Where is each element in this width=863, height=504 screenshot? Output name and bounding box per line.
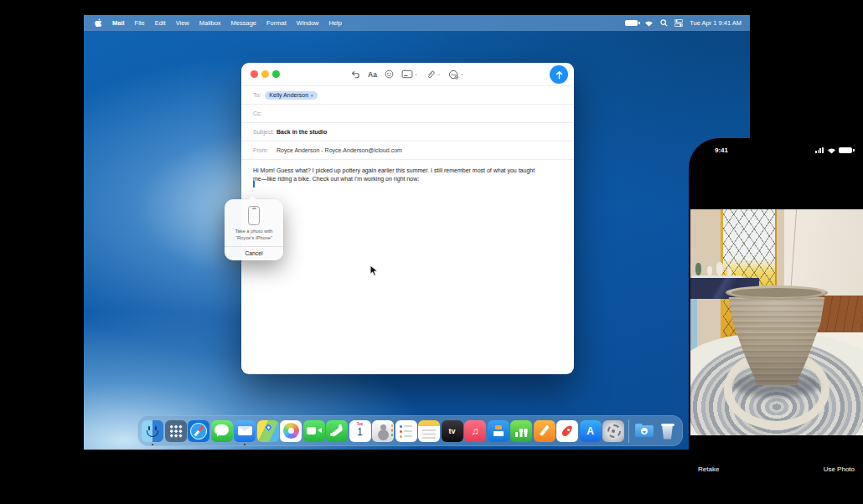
camera-action-bar: Retake Use Photo xyxy=(689,465,863,473)
dock: Tue1 tv ♫ A xyxy=(137,415,683,446)
dock-trash-icon[interactable] xyxy=(657,420,679,442)
dock-pages-icon[interactable] xyxy=(534,420,556,442)
dock-facetime-icon[interactable] xyxy=(303,420,325,442)
dock-finder-icon[interactable] xyxy=(142,420,163,442)
appstore-glyph: A xyxy=(580,420,602,442)
vase xyxy=(695,263,701,275)
attach-button[interactable]: ⌄ xyxy=(426,69,441,80)
recipient-chevron-icon: ▾ xyxy=(311,93,313,98)
menu-item-view[interactable]: View xyxy=(176,19,189,27)
dock-safari-icon[interactable] xyxy=(188,420,209,442)
iphone-clock: 9:41 xyxy=(715,147,728,154)
menu-item-message[interactable]: Message xyxy=(231,19,256,27)
music-note-glyph: ♫ xyxy=(464,420,486,442)
subject-field[interactable]: Subject: Back in the studio xyxy=(241,123,574,141)
calendar-day-number: 1 xyxy=(349,426,371,438)
menu-item-format[interactable]: Format xyxy=(266,19,287,27)
zoom-window-button[interactable] xyxy=(272,70,280,78)
minimize-window-button[interactable] xyxy=(261,70,269,78)
popup-text-line2: “Royce’s iPhone” xyxy=(228,235,280,242)
dock-phone-icon[interactable] xyxy=(326,420,348,442)
undo-button[interactable] xyxy=(350,69,360,80)
vase xyxy=(716,262,723,275)
dock-launchpad-icon[interactable] xyxy=(165,420,187,442)
iphone-status-bar: 9:41 xyxy=(689,147,863,154)
battery-icon xyxy=(839,147,852,154)
menu-item-window[interactable]: Window xyxy=(297,19,319,27)
compose-toolbar: Aa ⌄ ⌄ ⌄ xyxy=(241,63,574,86)
cc-label: Cc: xyxy=(253,111,262,116)
menu-item-mailbox[interactable]: Mailbox xyxy=(199,19,221,27)
retake-button[interactable]: Retake xyxy=(698,465,719,473)
dock-downloads-folder-icon[interactable] xyxy=(633,420,655,442)
emoji-button[interactable] xyxy=(385,69,394,79)
mac-desktop: Mail File Edit View Mailbox Message Form… xyxy=(84,15,750,450)
send-button[interactable] xyxy=(550,65,568,84)
dock-contacts-icon[interactable] xyxy=(372,420,394,442)
dock-tv-icon[interactable]: tv xyxy=(442,420,463,442)
recipient-name: Kelly Anderson xyxy=(269,92,308,98)
dock-rocket-app-icon[interactable] xyxy=(556,420,578,442)
insert-photo-button[interactable]: ⌄ xyxy=(448,69,464,80)
dock-numbers-icon[interactable] xyxy=(510,420,532,442)
dock-music-icon[interactable]: ♫ xyxy=(464,420,486,442)
text-caret xyxy=(253,181,255,188)
finder-running-indicator xyxy=(152,444,154,446)
search-icon[interactable] xyxy=(660,19,668,27)
apple-menu-icon[interactable] xyxy=(95,18,102,28)
clay-pot-rim xyxy=(726,285,828,300)
iphone-outline-icon xyxy=(248,206,260,225)
menu-bar-clock[interactable]: Tue Apr 1 9:41 AM xyxy=(690,19,742,27)
wifi-icon[interactable] xyxy=(644,20,654,27)
menu-bar: Mail File Edit View Mailbox Message Form… xyxy=(84,15,750,31)
header-fields-button[interactable]: ⌄ xyxy=(401,69,418,79)
mail-running-indicator xyxy=(244,444,246,446)
from-value: Royce Anderson - Royce.Anderson@icloud.c… xyxy=(276,147,402,153)
from-label: From: xyxy=(253,147,275,153)
dock-messages-icon[interactable] xyxy=(211,420,233,442)
dock-divider xyxy=(628,419,629,443)
cc-field[interactable]: Cc: xyxy=(241,105,574,123)
signal-bars-icon xyxy=(815,147,824,154)
to-field[interactable]: To: Kelly Anderson ▾ xyxy=(241,86,574,105)
from-field[interactable]: From: Royce Anderson - Royce.Anderson@ic… xyxy=(241,141,574,160)
subject-value: Back in the studio xyxy=(276,129,327,135)
camera-photo-preview xyxy=(690,209,863,435)
mail-compose-window: Aa ⌄ ⌄ ⌄ xyxy=(241,63,574,374)
to-label: To: xyxy=(253,92,261,98)
dock-settings-icon[interactable] xyxy=(602,420,624,442)
use-photo-button[interactable]: Use Photo xyxy=(824,465,855,473)
vase xyxy=(707,266,712,275)
menu-item-help[interactable]: Help xyxy=(328,19,341,27)
control-center-icon[interactable] xyxy=(674,19,683,27)
vase xyxy=(727,268,731,275)
menu-item-edit[interactable]: Edit xyxy=(155,19,166,27)
menu-item-file[interactable]: File xyxy=(135,19,145,27)
dock-keynote-icon[interactable] xyxy=(488,420,509,442)
dock-reminders-icon[interactable] xyxy=(395,420,417,442)
continuity-camera-popup: Take a photo with “Royce’s iPhone” Cance… xyxy=(225,199,283,260)
dock-appstore-icon[interactable]: A xyxy=(580,420,602,442)
battery-icon[interactable] xyxy=(625,20,638,26)
recipient-token[interactable]: Kelly Anderson ▾ xyxy=(265,91,317,100)
dock-photos-icon[interactable] xyxy=(280,420,302,442)
dock-maps-icon[interactable] xyxy=(257,420,279,442)
dock-mail-icon[interactable] xyxy=(234,420,256,442)
format-button[interactable]: Aa xyxy=(368,70,377,79)
message-body[interactable]: Hi Mom! Guess what? I picked up pottery … xyxy=(241,160,553,183)
tv-glyph: tv xyxy=(442,420,463,442)
dock-notes-icon[interactable] xyxy=(418,420,440,442)
mouse-pointer-icon xyxy=(369,265,379,277)
menu-item-mail[interactable]: Mail xyxy=(112,19,125,27)
close-window-button[interactable] xyxy=(251,70,258,78)
iphone-continuity-camera: 9:41 Retake Use Photo xyxy=(689,138,863,504)
cancel-button[interactable]: Cancel xyxy=(225,247,283,260)
dock-calendar-icon[interactable]: Tue1 xyxy=(349,420,371,442)
subject-label: Subject: xyxy=(253,129,275,135)
wifi-icon xyxy=(827,147,836,154)
popup-text-line1: Take a photo with xyxy=(228,229,280,235)
